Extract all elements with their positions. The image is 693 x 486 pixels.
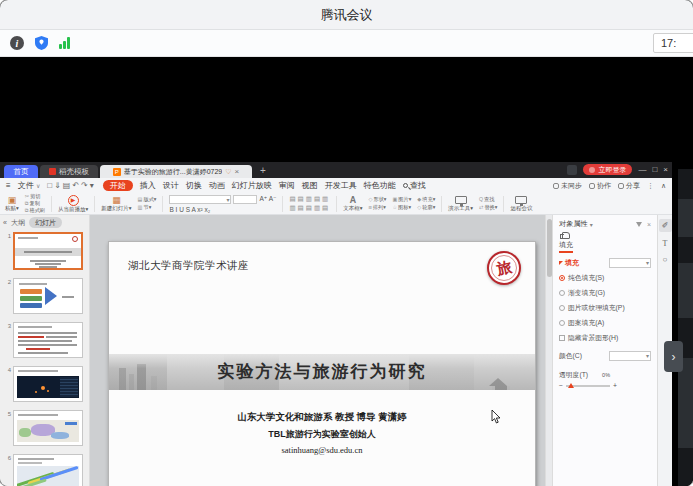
option-gradient-fill[interactable]: 渐变填充(G) bbox=[559, 288, 651, 298]
layout-button[interactable]: ▤版式▾ bbox=[138, 197, 157, 202]
play-from-current-button[interactable]: ▶ 从当前播放▾ bbox=[58, 195, 88, 213]
slide-1[interactable]: 湖北大学商学院学术讲座 旅 实验方法与旅游行为研究 山东大学文化和旅游 bbox=[108, 241, 536, 486]
menu-file[interactable]: 文件 ∨ bbox=[18, 180, 41, 191]
sync-status[interactable]: 未同步 bbox=[553, 181, 582, 191]
slide-canvas: 湖北大学商学院学术讲座 旅 实验方法与旅游行为研究 山东大学文化和旅游 bbox=[90, 215, 545, 486]
tab-close-icon[interactable]: × bbox=[235, 167, 240, 176]
text-tool-icon[interactable]: T bbox=[663, 239, 668, 248]
remote-meeting-button[interactable]: 远程会议 bbox=[510, 196, 532, 212]
slide-author-line: 山东大学文化和旅游系 教授 博导 黄潇婷 bbox=[109, 411, 535, 424]
slider-minus[interactable]: − bbox=[559, 382, 563, 389]
paste-button[interactable]: ▣ 粘贴▾ bbox=[5, 196, 19, 212]
option-solid-fill[interactable]: 纯色填充(S) bbox=[559, 273, 651, 283]
menu-search[interactable]: 查找 bbox=[403, 180, 426, 191]
menu-devtools[interactable]: 开发工具 bbox=[325, 180, 357, 191]
collaborate-button[interactable]: 协作 bbox=[589, 181, 611, 191]
section-button[interactable]: ▥节▾ bbox=[138, 205, 157, 210]
thumbnail-list: 1 2 bbox=[0, 230, 89, 486]
demo-tools-button[interactable]: 演示工具▾ bbox=[448, 196, 473, 212]
thumbnail-panel-header: « 大纲 幻灯片 bbox=[0, 215, 89, 230]
menu-slideshow[interactable]: 幻灯片放映 bbox=[232, 180, 272, 191]
shape-button[interactable]: ◇形状▾ bbox=[368, 197, 386, 202]
option-picture-fill[interactable]: 图片或纹理填充(P) bbox=[559, 303, 651, 313]
tab-slides[interactable]: 幻灯片 bbox=[29, 217, 62, 228]
sync-icon bbox=[553, 183, 559, 189]
menu-view[interactable]: 视图 bbox=[302, 180, 318, 191]
vertical-scrollbar[interactable] bbox=[545, 215, 552, 486]
copy-button[interactable]: ⧉复制 bbox=[25, 201, 45, 206]
font-size-buttons[interactable]: A⁺ A⁻ bbox=[259, 195, 276, 203]
picture-icon-group: ▣图片▾ ☆图标▾ bbox=[392, 197, 411, 209]
tab-document[interactable]: P 基于实验的旅游行...黄潇婷0729 ♡ × bbox=[100, 165, 252, 178]
hamburger-icon[interactable]: ≡ bbox=[6, 181, 11, 190]
security-shield-icon[interactable] bbox=[35, 36, 48, 50]
minimize-button[interactable]: — bbox=[638, 165, 646, 175]
quick-access-icons[interactable]: □⇓▤↶↷▾ bbox=[47, 181, 96, 190]
fill-section-header[interactable]: 填充 bbox=[559, 258, 651, 268]
close-button[interactable]: × bbox=[663, 165, 668, 175]
thumbnail-4[interactable]: 4 bbox=[0, 366, 89, 402]
collapse-ribbon-icon[interactable]: ∧ bbox=[661, 182, 666, 190]
message-icon[interactable] bbox=[567, 165, 577, 175]
menu-animation[interactable]: 动画 bbox=[209, 180, 225, 191]
thumbnail-6[interactable]: 6 bbox=[0, 454, 89, 486]
slide-email-line: satinhuang@sdu.edu.cn bbox=[109, 445, 535, 455]
slider-knob[interactable] bbox=[568, 383, 574, 388]
menu-features[interactable]: 特色功能 bbox=[364, 180, 396, 191]
more-icon[interactable]: ⋮ bbox=[647, 182, 654, 190]
font-family-select[interactable] bbox=[169, 195, 231, 204]
favorite-heart-icon[interactable]: ♡ bbox=[225, 168, 231, 176]
cut-button[interactable]: ✂剪切 bbox=[25, 194, 45, 199]
tab-docer[interactable]: 稻壳模板 bbox=[40, 165, 98, 178]
collapse-panel-icon[interactable]: « bbox=[3, 219, 7, 226]
tab-outline[interactable]: 大纲 bbox=[11, 218, 25, 228]
thumbnail-1[interactable]: 1 bbox=[0, 232, 89, 270]
menu-design[interactable]: 设计 bbox=[163, 180, 179, 191]
format-painter-button[interactable]: ⧉格式刷 bbox=[25, 208, 45, 213]
fill-preset-dropdown[interactable] bbox=[609, 258, 651, 268]
outline-button[interactable]: ◇轮廓▾ bbox=[417, 205, 435, 210]
comment-tool-icon[interactable]: ○ bbox=[663, 255, 668, 264]
paragraph-group[interactable]: ▤▤▥▤▥ ▥▤▤▥▤ bbox=[289, 196, 330, 211]
menu-transition[interactable]: 切换 bbox=[186, 180, 202, 191]
new-slide-button[interactable]: ▦ 新建幻灯片▾ bbox=[101, 196, 131, 212]
font-size-select[interactable] bbox=[233, 195, 257, 204]
menubar-right: 未同步 协作 分享 ⋮ ∧ bbox=[553, 181, 666, 191]
properties-tool-icon[interactable]: ✐ bbox=[659, 219, 672, 232]
meeting-info-icon[interactable]: i bbox=[10, 36, 24, 50]
mouse-cursor bbox=[491, 410, 501, 424]
maximize-button[interactable]: □ bbox=[652, 165, 657, 175]
thumbnail-2[interactable]: 2 bbox=[0, 278, 89, 314]
background-window-strip bbox=[678, 169, 693, 486]
picture-button[interactable]: ▣图片▾ bbox=[392, 197, 411, 202]
tab-home[interactable]: 首页 bbox=[4, 165, 38, 178]
slider-track[interactable] bbox=[566, 385, 610, 387]
meeting-titlebar: 腾讯会议 bbox=[0, 0, 693, 30]
menu-start[interactable]: 开始 bbox=[103, 180, 133, 191]
replace-button[interactable]: ⇄替换▾ bbox=[479, 205, 497, 210]
icon-button[interactable]: ☆图标▾ bbox=[392, 205, 411, 210]
arrange-button[interactable]: ⧈排列▾ bbox=[368, 205, 386, 210]
option-hide-background[interactable]: 隐藏背景图形(H) bbox=[559, 333, 651, 343]
new-tab-button[interactable]: + bbox=[260, 165, 266, 176]
network-signal-icon[interactable] bbox=[59, 37, 70, 49]
thumbnail-3[interactable]: 3 bbox=[0, 322, 89, 358]
docer-icon bbox=[49, 168, 56, 175]
textbox-button[interactable]: 𝐀 文本框▾ bbox=[343, 196, 362, 212]
login-button[interactable]: 立即登录 bbox=[583, 164, 632, 175]
menu-review[interactable]: 审阅 bbox=[279, 180, 295, 191]
pin-icon[interactable] bbox=[636, 222, 642, 227]
fill-button[interactable]: ◆填充▾ bbox=[417, 197, 435, 202]
option-pattern-fill[interactable]: 图案填充(A) bbox=[559, 318, 651, 328]
slider-plus[interactable]: + bbox=[613, 382, 617, 389]
meeting-sidebar-toggle[interactable]: › bbox=[664, 341, 683, 372]
thumbnail-5[interactable]: 5 bbox=[0, 410, 89, 446]
fill-tab[interactable]: 填充 bbox=[559, 232, 573, 253]
font-style-buttons[interactable]: B I U S A x² x₂ bbox=[169, 206, 276, 213]
avatar bbox=[589, 167, 595, 173]
find-button[interactable]: Q查找 bbox=[479, 197, 497, 202]
share-button[interactable]: 分享 bbox=[618, 181, 640, 191]
color-dropdown[interactable] bbox=[609, 351, 651, 361]
panel-close-icon[interactable]: × bbox=[647, 221, 651, 228]
menu-insert[interactable]: 插入 bbox=[140, 180, 156, 191]
